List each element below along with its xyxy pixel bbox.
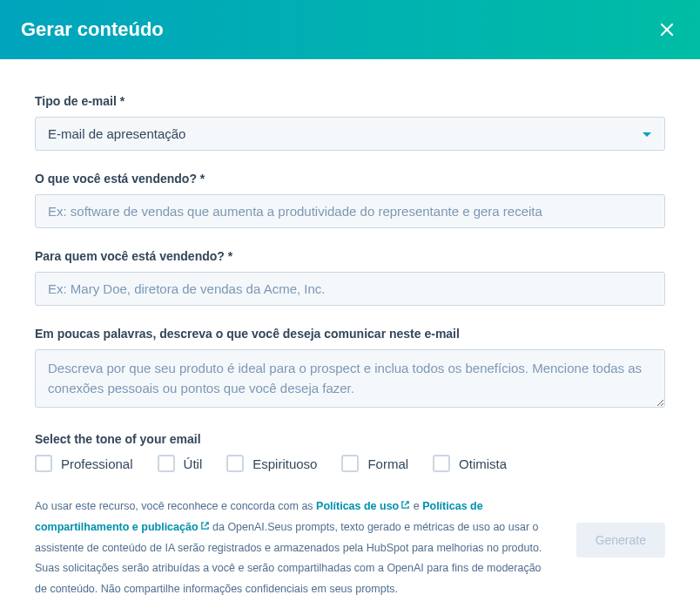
external-link-icon [400, 497, 410, 517]
to-whom-input[interactable] [35, 272, 665, 306]
close-button[interactable] [655, 17, 679, 42]
tone-option-formal: Formal [341, 455, 408, 472]
close-icon [658, 21, 676, 38]
tone-options: Professional Útil Espirituoso Formal Oti… [35, 455, 665, 472]
email-type-label: Tipo de e-mail * [35, 94, 665, 108]
checkbox-otimista[interactable] [433, 455, 450, 472]
email-type-value: E-mail de apresentação [48, 126, 185, 141]
email-type-select[interactable]: E-mail de apresentação [35, 117, 665, 151]
describe-label: Em poucas palavras, descreva o que você … [35, 327, 665, 341]
disclaimer-part1: Ao usar este recurso, você reconhece e c… [35, 500, 316, 512]
field-selling: O que você está vendendo? * [35, 172, 665, 228]
selling-input[interactable] [35, 194, 665, 228]
checkbox-util[interactable] [158, 455, 175, 472]
field-describe: Em poucas palavras, descreva o que você … [35, 327, 665, 411]
tone-label-util: Útil [184, 456, 203, 471]
field-to-whom: Para quem você está vendendo? * [35, 249, 665, 306]
tone-option-otimista: Otimista [433, 455, 507, 472]
disclaimer-text: Ao usar este recurso, você reconhece e c… [35, 497, 555, 600]
checkbox-professional[interactable] [35, 455, 52, 472]
describe-textarea[interactable] [35, 349, 665, 408]
to-whom-label: Para quem você está vendendo? * [35, 249, 665, 263]
tone-option-util: Útil [158, 455, 203, 472]
checkbox-espirituoso[interactable] [226, 455, 244, 472]
footer-row: Ao usar este recurso, você reconhece e c… [35, 497, 665, 600]
usage-policies-link[interactable]: Políticas de uso [316, 500, 410, 512]
checkbox-formal[interactable] [341, 455, 359, 472]
selling-label: O que você está vendendo? * [35, 172, 665, 186]
tone-label: Select the tone of your email [35, 432, 665, 446]
generate-button[interactable]: Generate [576, 523, 665, 558]
chevron-down-icon [642, 126, 652, 141]
external-link-icon [200, 517, 210, 538]
modal-body: Tipo de e-mail * E-mail de apresentação … [0, 59, 700, 615]
modal-title: Gerar conteúdo [21, 18, 164, 41]
tone-label-espirituoso: Espirituoso [252, 456, 317, 471]
tone-label-professional: Professional [61, 456, 133, 471]
disclaimer-part2: e [410, 500, 422, 512]
tone-option-espirituoso: Espirituoso [226, 455, 317, 472]
tone-label-otimista: Otimista [459, 456, 507, 471]
field-email-type: Tipo de e-mail * E-mail de apresentação [35, 94, 665, 151]
field-tone: Select the tone of your email Profession… [35, 432, 665, 472]
modal-header: Gerar conteúdo [0, 0, 700, 59]
tone-label-formal: Formal [367, 456, 408, 471]
tone-option-professional: Professional [35, 455, 133, 472]
